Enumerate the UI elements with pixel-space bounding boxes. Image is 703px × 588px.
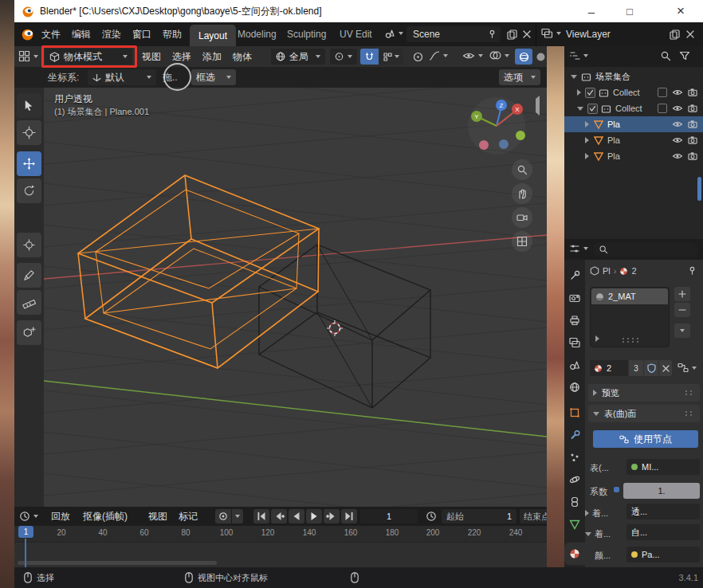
menu-render[interactable]: 渲染 — [102, 22, 121, 46]
play-button[interactable] — [306, 509, 322, 523]
shader-row-expanded[interactable]: 着... — [585, 526, 611, 542]
properties-editor-type-button[interactable] — [569, 243, 588, 254]
box-select-dropdown[interactable]: 框选 — [191, 69, 236, 85]
tool-measure[interactable] — [17, 290, 41, 315]
orientation-settings-dropdown[interactable]: 默认 — [88, 69, 156, 85]
shader-row-collapsed[interactable]: 着... — [585, 505, 608, 521]
tab-tool[interactable] — [564, 266, 585, 285]
frame-end-field[interactable]: 结束点 2 — [520, 509, 547, 523]
use-nodes-button[interactable]: 使用节点 — [593, 430, 698, 448]
minimize-button[interactable]: – — [572, 0, 611, 22]
tab-sculpting[interactable]: Sculpting — [287, 22, 326, 46]
color-row-value[interactable]: Pa... — [626, 547, 700, 563]
pivot-point-dropdown[interactable] — [330, 49, 357, 65]
unlink-material-button[interactable] — [659, 360, 672, 376]
tab-scene[interactable] — [564, 355, 585, 374]
frame-start-field[interactable]: 起始 1 — [442, 509, 516, 523]
tab-world[interactable] — [564, 378, 585, 397]
tool-rotate[interactable] — [17, 178, 41, 203]
unlink-scene-icon[interactable] — [522, 29, 532, 39]
view-layer-name[interactable]: ViewLayer — [566, 22, 611, 46]
playhead-marker[interactable]: 1 — [18, 526, 33, 538]
pin-icon[interactable] — [487, 29, 497, 39]
viewport-menu-object[interactable]: 物体 — [233, 46, 252, 67]
animate-dot-icon[interactable] — [614, 487, 619, 492]
outliner-search-icon[interactable] — [660, 50, 671, 61]
overlays-dropdown[interactable] — [489, 50, 509, 61]
breadcrumb-pin-icon[interactable] — [687, 265, 697, 276]
hide-eye-icon[interactable] — [672, 151, 683, 161]
outliner-filter-icon[interactable] — [679, 50, 690, 61]
scene-field[interactable]: Scene — [406, 26, 501, 42]
factor-slider[interactable]: 1. — [623, 483, 700, 499]
tab-material[interactable] — [564, 544, 585, 563]
auto-keying-dropdown[interactable] — [232, 509, 243, 523]
collection-checkbox[interactable] — [587, 104, 598, 114]
timeline-hscrollbar[interactable] — [18, 561, 217, 565]
proportional-editing-button[interactable] — [410, 49, 426, 65]
timeline-editor-type-button[interactable] — [19, 511, 38, 522]
remove-view-layer-icon[interactable] — [685, 29, 695, 39]
hide-eye-icon[interactable] — [672, 88, 683, 97]
tab-constraints[interactable] — [564, 492, 585, 512]
expand-icon[interactable] — [571, 75, 577, 79]
viewport-menu-view[interactable]: 视图 — [142, 46, 161, 67]
prev-keyframe-button[interactable] — [271, 509, 287, 523]
shader-row-value[interactable]: 透... — [626, 504, 700, 519]
auto-keying-button[interactable] — [215, 509, 231, 523]
tab-modeling[interactable]: Modeling — [238, 22, 277, 46]
breadcrumb-object[interactable]: Pl — [603, 266, 611, 276]
tool-move[interactable] — [17, 151, 41, 176]
play-reverse-button[interactable] — [289, 509, 304, 523]
tab-render[interactable] — [564, 288, 585, 308]
transform-orientation-dropdown[interactable]: 全局 — [271, 49, 325, 65]
exclude-checkbox[interactable] — [658, 88, 667, 97]
current-frame-field[interactable]: 1 — [360, 509, 418, 523]
close-button[interactable]: × — [658, 0, 703, 22]
hide-eye-icon[interactable] — [672, 120, 683, 129]
expand-icon[interactable] — [577, 107, 583, 111]
timeline-menu-playback[interactable]: 回放 — [51, 507, 70, 526]
snap-toggle-button[interactable] — [360, 49, 379, 65]
tab-particles[interactable] — [564, 448, 585, 467]
new-view-layer-icon[interactable] — [670, 29, 680, 40]
playhead-line[interactable] — [25, 539, 26, 567]
blender-menu-icon[interactable] — [20, 26, 35, 41]
new-scene-icon[interactable] — [507, 29, 517, 40]
menu-edit[interactable]: 编辑 — [72, 22, 91, 46]
add-material-slot-button[interactable] — [674, 287, 690, 301]
grip-dots-icon[interactable] — [621, 337, 638, 343]
surface-panel-header[interactable]: 表(曲)面 — [588, 405, 700, 422]
expand-icon[interactable] — [585, 121, 589, 127]
timeline-menu-marker[interactable]: 标记 — [179, 507, 198, 526]
outliner-row-collection-1[interactable]: Collect — [564, 84, 703, 100]
outliner-scrollbar[interactable] — [697, 177, 701, 201]
node-tree-dropdown[interactable] — [677, 363, 697, 373]
hide-eye-icon[interactable] — [672, 104, 683, 113]
render-camera-icon[interactable] — [688, 151, 698, 161]
outliner-row-scene-collection[interactable]: 场景集合 — [564, 69, 703, 84]
outliner-row-collection-2[interactable]: Collect — [564, 100, 703, 116]
tab-layout[interactable]: Layout — [190, 25, 236, 46]
fake-user-button[interactable] — [644, 360, 658, 376]
viewport-pan-button[interactable] — [512, 183, 532, 204]
outliner-row-plane-selected[interactable]: Pla — [564, 116, 703, 132]
next-keyframe-button[interactable] — [324, 509, 340, 523]
outliner-editor-type-button[interactable] — [569, 50, 588, 61]
exclude-checkbox[interactable] — [658, 104, 667, 113]
proportional-falloff-dropdown[interactable] — [429, 50, 448, 61]
tab-object-data[interactable] — [564, 515, 585, 534]
outliner-row-plane-2[interactable]: Pla — [564, 132, 703, 148]
sidebar-toggle[interactable] — [536, 99, 540, 113]
tab-object[interactable] — [564, 403, 585, 422]
breadcrumb-object-icon[interactable] — [590, 266, 599, 276]
slot-expand-icon[interactable] — [595, 335, 599, 342]
expand-icon[interactable] — [577, 89, 581, 96]
render-camera-icon[interactable] — [688, 135, 698, 145]
snap-with-dropdown[interactable] — [379, 49, 403, 65]
viewport-zoom-button[interactable] — [512, 159, 532, 180]
collection-checkbox[interactable] — [585, 88, 595, 98]
jump-to-start-button[interactable] — [253, 509, 269, 523]
range-clock-icon[interactable] — [426, 511, 437, 522]
tab-modifiers[interactable] — [564, 425, 585, 445]
